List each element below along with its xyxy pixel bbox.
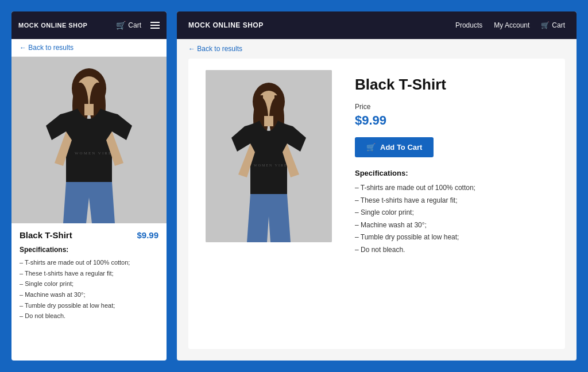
- svg-rect-16: [274, 95, 281, 123]
- add-to-cart-button[interactable]: 🛒 Add To Cart: [355, 137, 434, 157]
- desktop-product-price: $9.99: [355, 113, 548, 128]
- mobile-spec-item-1: T-shirts are made out of 100% cotton;: [20, 257, 158, 268]
- mobile-spec-item-3: Single color print;: [20, 278, 158, 289]
- desktop-product-area: WOMEN VIREN Black T-Shirt Price $9.99 🛒 …: [188, 59, 565, 349]
- desktop-spec-item-2: These t-shirts have a regular fit;: [355, 195, 548, 207]
- desktop-product-name: Black T-Shirt: [355, 76, 548, 94]
- tshirt-image-small: WOMEN VIREN: [11, 57, 167, 223]
- mobile-spec-item-5: Tumble dry possible at low heat;: [20, 300, 158, 311]
- mobile-spec-heading: Specifications:: [20, 246, 158, 254]
- desktop-spec-heading: Specifications:: [355, 169, 548, 177]
- svg-rect-7: [96, 83, 105, 111]
- mobile-back-text: ← Back to results: [20, 44, 74, 52]
- desktop-cart-label: Cart: [552, 21, 565, 29]
- mobile-back-link[interactable]: ← Back to results: [11, 39, 167, 57]
- svg-text:WOMEN VIREN: WOMEN VIREN: [254, 164, 291, 167]
- hamburger-menu-button[interactable]: [150, 22, 160, 29]
- desktop-spec-list: T-shirts are made out of 100% cotton; Th…: [355, 182, 548, 257]
- desktop-nav-products[interactable]: Products: [455, 21, 482, 29]
- svg-text:WOMEN VIREN: WOMEN VIREN: [75, 151, 116, 156]
- desktop-spec-item-3: Single color print;: [355, 207, 548, 219]
- desktop-cart-button[interactable]: 🛒 Cart: [541, 21, 565, 29]
- desktop-product-image: WOMEN VIREN: [206, 70, 332, 242]
- add-to-cart-label: Add To Cart: [380, 143, 422, 152]
- svg-rect-8: [84, 104, 94, 115]
- mobile-cart-label: Cart: [128, 21, 141, 29]
- mobile-product-price: $9.99: [137, 230, 158, 240]
- mobile-product-name-row: Black T-Shirt $9.99: [20, 230, 158, 240]
- mobile-spec-item-2: These t-shirts have a regular fit;: [20, 268, 158, 279]
- mobile-spec-item-4: Machine wash at 30°;: [20, 289, 158, 300]
- cart-icon: 🛒: [116, 21, 126, 30]
- svg-rect-15: [256, 95, 263, 123]
- price-label: Price: [355, 103, 548, 111]
- mobile-product-image: WOMEN VIREN: [11, 57, 167, 223]
- desktop-panel: MOCK ONLINE SHOP Products My Account 🛒 C…: [177, 11, 577, 361]
- mobile-header: MOCK ONLINE SHOP 🛒 Cart: [11, 11, 167, 39]
- add-to-cart-icon: 🛒: [366, 143, 376, 152]
- mobile-cart-button[interactable]: 🛒 Cart: [116, 21, 141, 30]
- svg-rect-17: [264, 116, 273, 126]
- tshirt-image-large: WOMEN VIREN: [206, 70, 332, 242]
- mobile-product-info: Black T-Shirt $9.99 Specifications: T-sh…: [11, 223, 167, 361]
- desktop-spec-item-1: T-shirts are made out of 100% cotton;: [355, 182, 548, 195]
- mobile-panel: MOCK ONLINE SHOP 🛒 Cart ← Back to result…: [11, 11, 167, 361]
- mobile-brand-title: MOCK ONLINE SHOP: [18, 22, 111, 29]
- desktop-cart-icon: 🛒: [541, 21, 550, 29]
- desktop-header: MOCK ONLINE SHOP Products My Account 🛒 C…: [177, 11, 577, 39]
- desktop-spec-item-5: Tumble dry possible at low heat;: [355, 231, 548, 244]
- mobile-spec-list: T-shirts are made out of 100% cotton; Th…: [20, 257, 158, 321]
- desktop-back-text: ← Back to results: [188, 45, 242, 53]
- desktop-spec-item-4: Machine wash at 30°;: [355, 219, 548, 232]
- mobile-spec-item-6: Do not bleach.: [20, 311, 158, 321]
- desktop-nav: Products My Account 🛒 Cart: [455, 21, 565, 29]
- desktop-spec-item-6: Do not bleach.: [355, 244, 548, 257]
- desktop-nav-my-account[interactable]: My Account: [494, 21, 529, 29]
- desktop-brand-title: MOCK ONLINE SHOP: [188, 21, 455, 29]
- svg-rect-6: [74, 83, 82, 111]
- mobile-product-name: Black T-Shirt: [20, 230, 72, 240]
- desktop-back-link[interactable]: ← Back to results: [177, 39, 577, 59]
- desktop-product-details: Black T-Shirt Price $9.99 🛒 Add To Cart …: [355, 70, 548, 338]
